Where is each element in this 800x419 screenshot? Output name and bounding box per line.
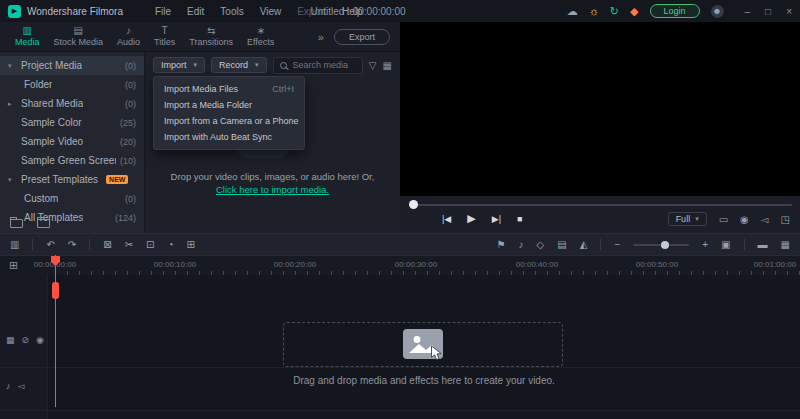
keyframe-icon[interactable]: ◇	[537, 240, 545, 250]
timeline-tracks[interactable]: ▦ ⊘ ◉ ♪ ◅ Drag and drop media and effect…	[0, 275, 800, 419]
close-icon[interactable]: ×	[786, 6, 792, 17]
timeline-drop-zone[interactable]	[283, 322, 563, 367]
sidebar-item-shared-media[interactable]: ▸ Shared Media (0)	[0, 94, 144, 113]
zoom-fit-icon[interactable]: ▣	[721, 240, 730, 250]
ruler-label: 00:00:50:00	[636, 260, 678, 269]
playhead-grip[interactable]	[52, 282, 59, 299]
import-media-link[interactable]: Click here to import media.	[145, 184, 400, 195]
view-compact-icon[interactable]: ▬	[758, 240, 768, 250]
item-count: (10)	[120, 156, 136, 166]
tab-label: Stock Media	[54, 37, 104, 47]
audio-icon: ♪	[126, 26, 131, 36]
seek-bar[interactable]	[414, 204, 792, 206]
timeline-drop-hint: Drag and drop media and effects here to …	[48, 375, 800, 386]
menu-tools[interactable]: Tools	[212, 6, 251, 17]
mixer-icon[interactable]: ▤	[557, 240, 566, 250]
tab-audio[interactable]: ♪ Audio	[110, 26, 147, 47]
promo-icon[interactable]: ◆	[630, 6, 638, 17]
manage-tracks-icon[interactable]: ⊞	[9, 259, 18, 272]
tab-stock-media[interactable]: ▤ Stock Media	[47, 26, 111, 47]
zoom-out-icon[interactable]: −	[614, 240, 620, 250]
more-tabs-icon[interactable]: »	[318, 31, 324, 43]
maximize-icon[interactable]: □	[765, 6, 771, 17]
menu-view[interactable]: View	[252, 6, 290, 17]
tab-effects[interactable]: ∗ Effects	[240, 26, 281, 47]
tab-media[interactable]: ▥ Media	[8, 26, 47, 47]
chevron-down-icon[interactable]: ▾	[8, 62, 17, 70]
chevron-down-icon[interactable]: ▾	[8, 176, 17, 184]
next-frame-button[interactable]: ▶|	[492, 214, 501, 224]
sync-icon[interactable]: ↻	[610, 6, 619, 17]
bulb-icon[interactable]: ☼	[589, 6, 599, 17]
preview-options: Full ▾ ▭ ◉ ◅ ◳	[668, 212, 790, 226]
cloud-icon[interactable]: ☁	[567, 6, 578, 17]
snapshot-icon[interactable]: ◉	[740, 214, 749, 225]
playhead-line[interactable]	[55, 255, 56, 407]
hide-track-icon[interactable]: ◉	[36, 335, 44, 345]
menu-file[interactable]: File	[147, 6, 179, 17]
sidebar-item-sample-video[interactable]: Sample Video (20)	[0, 132, 144, 151]
search-box[interactable]	[273, 57, 363, 74]
sidebar-item-sample-green-screen[interactable]: Sample Green Screen (10)	[0, 151, 144, 170]
filter-icon[interactable]: ▽	[369, 60, 377, 71]
open-folder-icon[interactable]	[37, 219, 50, 228]
marker-icon[interactable]: ⚑	[497, 240, 506, 250]
menu-edit[interactable]: Edit	[179, 6, 212, 17]
import-button[interactable]: Import ▾	[153, 57, 205, 73]
fullscreen-icon[interactable]: ◳	[781, 214, 790, 225]
volume-icon[interactable]: ◅	[761, 214, 769, 225]
menu-item-import-auto-beat-sync[interactable]: Import with Auto Beat Sync	[154, 129, 304, 145]
media-tool-icon[interactable]: ▥	[10, 240, 19, 250]
add-folder-icon[interactable]	[10, 219, 23, 228]
speed-icon[interactable]: ◔	[167, 240, 173, 250]
voiceover-icon[interactable]: ♪	[519, 240, 524, 250]
zoom-in-icon[interactable]: +	[702, 240, 708, 250]
sidebar-item-project-media[interactable]: ▾ Project Media (0)	[0, 56, 144, 75]
record-button[interactable]: Record ▾	[211, 57, 267, 73]
login-button[interactable]: Login	[650, 4, 700, 18]
menu-item-import-media-files[interactable]: Import Media Files Ctrl+I	[154, 81, 304, 97]
split-icon[interactable]: ✂	[125, 240, 133, 250]
crop-icon[interactable]: ⊡	[146, 240, 154, 250]
minimize-icon[interactable]: –	[745, 6, 751, 17]
track-size-icon[interactable]: ▦	[6, 335, 15, 345]
chevron-down-icon: ▾	[695, 215, 699, 223]
menu-item-import-from-camera[interactable]: Import from a Camera or a Phone	[154, 113, 304, 129]
view-detail-icon[interactable]: ▦	[781, 240, 790, 250]
sidebar-item-folder[interactable]: Folder (0)	[0, 75, 144, 94]
mute-track-icon[interactable]: ◅	[18, 381, 25, 391]
redo-icon[interactable]: ↷	[68, 240, 76, 250]
properties-icon[interactable]: ⊞	[186, 240, 194, 250]
item-count: (0)	[125, 99, 136, 109]
timeline-toolbar: ▥ ↶ ↷ ⊠ ✂ ⊡ ◔ ⊞ ⚑ ♪ ◇ ▤ ◭ − + ▣ ▬ ▦	[0, 233, 800, 255]
preview-viewport[interactable]	[400, 22, 800, 196]
undo-icon[interactable]: ↶	[46, 240, 54, 250]
zoom-slider-knob[interactable]	[661, 241, 669, 249]
chevron-right-icon[interactable]: ▸	[8, 100, 17, 108]
search-input[interactable]	[293, 60, 356, 70]
render-preview-icon[interactable]: ◭	[580, 240, 588, 250]
titles-icon: T	[162, 26, 168, 36]
voiceover-track-icon[interactable]: ♪	[6, 381, 11, 391]
sidebar-item-sample-color[interactable]: Sample Color (25)	[0, 113, 144, 132]
import-dropdown-menu: Import Media Files Ctrl+I Import a Media…	[153, 76, 305, 150]
avatar[interactable]: ☻	[711, 5, 724, 18]
tab-label: Transitions	[189, 37, 233, 47]
menu-item-import-media-folder[interactable]: Import a Media Folder	[154, 97, 304, 113]
lock-track-icon[interactable]: ⊘	[22, 335, 30, 345]
tab-titles[interactable]: T Titles	[147, 26, 182, 47]
export-button[interactable]: Export	[334, 29, 390, 45]
tab-transitions[interactable]: ⇆ Transitions	[182, 26, 240, 47]
float-window-icon[interactable]: ▭	[719, 214, 728, 225]
quality-dropdown[interactable]: Full ▾	[668, 212, 707, 226]
sidebar-item-preset-templates[interactable]: ▾ Preset Templates NEW	[0, 170, 144, 189]
timeline-ruler[interactable]: ⊞ 00:00:00:00 00:00:10:00 00:00:20:00 00…	[0, 255, 800, 275]
delete-icon[interactable]: ⊠	[103, 240, 111, 250]
previous-frame-button[interactable]: |◀	[442, 214, 451, 224]
seek-handle[interactable]	[409, 200, 418, 209]
play-button[interactable]: ▶	[467, 212, 475, 225]
grid-view-icon[interactable]: ▦	[383, 60, 392, 71]
stop-button[interactable]: ■	[517, 214, 522, 224]
zoom-slider[interactable]	[633, 244, 689, 246]
sidebar-item-custom[interactable]: Custom (0)	[0, 189, 144, 208]
